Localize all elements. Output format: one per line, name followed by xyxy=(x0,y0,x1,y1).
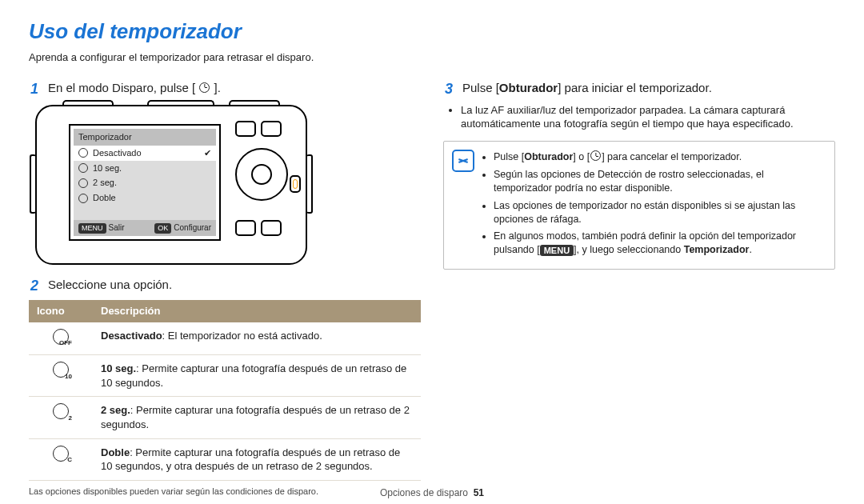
step-3-bullet: La luz AF auxiliar/luz del temporizador … xyxy=(461,103,835,131)
camera-illustration: Temporizador Desactivado✔ 10 seg. 2 seg.… xyxy=(35,105,307,265)
table-row: 2 seg.: Permite capturar una fotografía … xyxy=(29,397,421,438)
step-2: 2 Seleccione una opción. xyxy=(29,276,421,295)
camera-menu-item: Desactivado xyxy=(93,147,142,159)
step-1-text-pre: En el modo Disparo, pulse [ xyxy=(48,81,195,94)
table-row-bold: Desactivado xyxy=(101,330,162,342)
camera-foot-left: Salir xyxy=(109,223,125,232)
timer-icon xyxy=(78,148,88,158)
timer-icon xyxy=(199,82,210,93)
camera-menu-item: 2 seg. xyxy=(93,177,117,189)
camera-foot-right: Configurar xyxy=(174,223,211,232)
step-2-number: 2 xyxy=(29,276,40,295)
step-3-text-post: ] para iniciar el temporizador. xyxy=(558,81,712,94)
timer-10-icon xyxy=(53,362,69,378)
step-1-text-post: ]. xyxy=(214,81,221,94)
page-footer: Opciones de disparo 51 xyxy=(0,486,864,499)
ok-pill: OK xyxy=(154,223,171,233)
dpad-icon xyxy=(235,148,288,201)
note-item: Pulse [Obturador] o [] para cancelar el … xyxy=(494,150,825,164)
timer-icon xyxy=(78,178,88,188)
intro-text: Aprenda a configurar el temporizador par… xyxy=(29,50,835,65)
note-box: Pulse [Obturador] o [] para cancelar el … xyxy=(443,141,835,270)
table-row-rest: : Permite capturar una fotografía despué… xyxy=(101,362,406,389)
note-item: Las opciones de temporizador no están di… xyxy=(494,199,825,226)
camera-menu-item: 10 seg. xyxy=(93,162,122,174)
timer-icon xyxy=(78,194,88,203)
table-row-bold: 10 seg. xyxy=(101,362,136,374)
table-row: Desactivado: El temporizador no está act… xyxy=(29,322,421,355)
table-row: 10 seg.: Permite capturar una fotografía… xyxy=(29,355,421,397)
table-row: Doble: Permite capturar una fotografía d… xyxy=(29,438,421,480)
table-row-bold: 2 seg. xyxy=(101,404,130,416)
step-3-text-pre: Pulse [ xyxy=(462,81,499,94)
table-row-bold: Doble xyxy=(101,446,130,458)
step-3-bold: Obturador xyxy=(499,81,558,94)
table-header-desc: Descripción xyxy=(93,300,421,322)
menu-pill: MENU xyxy=(78,223,106,233)
check-icon: ✔ xyxy=(204,147,211,159)
table-header-icon: Icono xyxy=(29,300,93,322)
timer-2-icon xyxy=(53,403,69,419)
note-item: En algunos modos, también podrá definir … xyxy=(494,230,825,257)
step-1-number: 1 xyxy=(29,79,40,98)
step-3: 3 Pulse [Obturador] para iniciar el temp… xyxy=(443,79,835,98)
step-1: 1 En el modo Disparo, pulse [ ]. xyxy=(29,79,421,98)
options-table: Icono Descripción Desactivado: El tempor… xyxy=(29,300,421,480)
camera-menu-item: Doble xyxy=(93,192,116,204)
camera-screen-title: Temporizador xyxy=(74,129,216,146)
table-row-rest: : Permite capturar una fotografía despué… xyxy=(101,404,410,430)
menu-pill: MENU xyxy=(540,245,574,257)
note-icon xyxy=(452,150,474,172)
note-item: Según las opciones de Detección de rostr… xyxy=(494,168,825,195)
page-title: Uso del temporizador xyxy=(29,18,835,46)
timer-icon xyxy=(590,150,601,161)
table-row-rest: : El temporizador no está activado. xyxy=(162,330,322,342)
step-3-number: 3 xyxy=(443,79,454,98)
timer-off-icon xyxy=(53,329,69,345)
table-row-rest: : Permite capturar una fotografía despué… xyxy=(101,446,400,473)
timer-double-icon xyxy=(53,446,69,462)
step-2-text: Seleccione una opción. xyxy=(48,276,172,293)
timer-icon xyxy=(78,163,88,173)
